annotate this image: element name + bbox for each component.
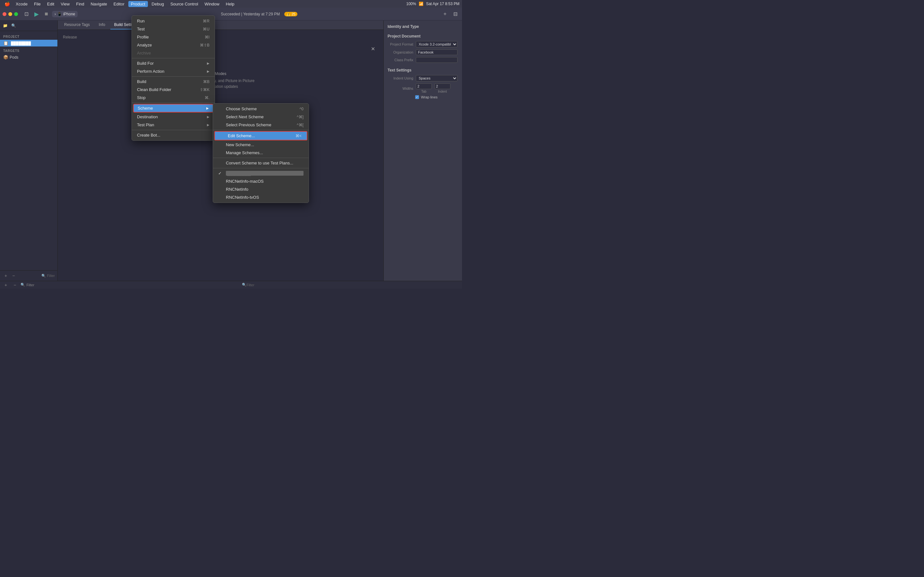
submenu-select-previous-scheme[interactable]: Select Previous Scheme ^⌘[ [213,121,309,129]
menu-bar: 🍎 Xcode File Edit View Find Navigate Edi… [0,0,462,8]
archive-label: Archive [137,51,210,55]
menu-perform-action[interactable]: Perform Action ▶ [132,67,215,75]
menu-profile[interactable]: Profile ⌘I [132,33,215,41]
perform-action-arrow: ▶ [207,69,210,73]
menu-scheme[interactable]: Scheme ▶ Choose Scheme ^0 Select Next Sc… [133,104,213,113]
build-shortcut: ⌘B [203,79,210,84]
choose-scheme-shortcut: ^0 [300,107,304,111]
menu-source-control[interactable]: Source Control [168,1,201,7]
test-plan-label: Test Plan [137,122,204,127]
new-scheme-label: New Scheme... [226,142,304,147]
stop-label: Stop [137,95,202,100]
menu-navigate[interactable]: Navigate [88,1,110,7]
menu-help[interactable]: Help [223,1,237,7]
test-shortcut: ⌘U [203,27,210,31]
menu-stop[interactable]: Stop ⌘. [132,93,215,102]
rncnetinfo-tvos-label: RNCNetInfo-tvOS [226,195,304,200]
submenu-scheme-rncnetinfo-checked[interactable]: ✓ ████████ [213,169,309,177]
battery-indicator: 100% [406,2,416,6]
test-plan-arrow: ▶ [207,123,210,127]
select-next-scheme-shortcut: ^⌘] [297,115,304,119]
rncnetinfo-macos-label: RNCNetInfo-macOS [226,179,304,184]
destination-label: Destination [137,114,204,119]
run-shortcut: ⌘R [203,19,210,23]
submenu-separator-3 [213,168,309,168]
datetime: Sat Apr 17 8:53 PM [426,2,459,6]
menu-create-bot[interactable]: Create Bot... [132,131,215,139]
menu-run[interactable]: Run ⌘R [132,17,215,25]
stop-shortcut: ⌘. [205,95,210,100]
edit-scheme-shortcut: ⌘< [296,134,302,138]
clean-build-folder-shortcut: ⇧⌘K [200,87,210,92]
menu-archive[interactable]: Archive [132,49,215,57]
rncnetinfo-checkmark: ✓ [218,171,223,176]
submenu-scheme-rncnetinfo-macos[interactable]: RNCNetInfo-macOS [213,177,309,185]
analyze-shortcut: ⌘⇧B [200,43,210,47]
select-next-scheme-label: Select Next Scheme [226,114,294,119]
menu-analyze[interactable]: Analyze ⌘⇧B [132,41,215,49]
submenu-separator-2 [213,158,309,158]
apple-logo[interactable]: 🍎 [3,1,12,7]
build-for-arrow: ▶ [207,61,210,65]
menu-clean-build-folder[interactable]: Clean Build Folder ⇧⌘K [132,85,215,93]
submenu-select-next-scheme[interactable]: Select Next Scheme ^⌘] [213,113,309,121]
menu-destination[interactable]: Destination ▶ [132,113,215,121]
rncnetinfo-checked-label: ████████ [226,171,304,176]
destination-arrow: ▶ [207,115,210,119]
manage-schemes-label: Manage Schemes... [226,150,304,155]
rncnetinfo-label: RNCNetInfo [226,187,304,192]
menu-debug[interactable]: Debug [149,1,166,7]
scheme-arrow: ▶ [206,106,209,110]
product-menu-dropdown: Run ⌘R Test ⌘U Profile ⌘I Analyze ⌘⇧B Ar… [132,15,215,141]
perform-action-label: Perform Action [137,69,204,74]
menu-find[interactable]: Find [73,1,87,7]
menu-bar-right: 100% 📶 Sat Apr 17 8:53 PM [406,2,459,6]
run-label: Run [137,19,200,23]
analyze-label: Analyze [137,43,197,47]
menu-window[interactable]: Window [202,1,222,7]
build-label: Build [137,79,200,84]
submenu-convert-scheme[interactable]: Convert Scheme to use Test Plans... [213,159,309,167]
select-previous-scheme-shortcut: ^⌘[ [297,123,304,127]
menu-test[interactable]: Test ⌘U [132,25,215,33]
separator-4 [132,130,215,130]
menu-file[interactable]: File [31,1,43,7]
edit-scheme-label: Edit Scheme... [228,133,293,138]
submenu-choose-scheme[interactable]: Choose Scheme ^0 [213,105,309,113]
menu-build-for[interactable]: Build For ▶ [132,59,215,67]
submenu-edit-scheme[interactable]: Edit Scheme... ⌘< [214,131,307,140]
build-for-label: Build For [137,61,204,66]
menu-edit[interactable]: Edit [45,1,57,7]
menu-xcode[interactable]: Xcode [13,1,30,7]
scheme-label: Scheme [137,106,204,111]
wifi-icon: 📶 [419,2,423,6]
create-bot-label: Create Bot... [137,133,210,137]
select-previous-scheme-label: Select Previous Scheme [226,122,294,127]
menu-product[interactable]: Product [128,1,148,7]
submenu-scheme-rncnetinfo[interactable]: RNCNetInfo [213,185,309,193]
choose-scheme-label: Choose Scheme [226,106,297,111]
separator-3 [132,103,215,103]
submenu-new-scheme[interactable]: New Scheme... [213,141,309,149]
submenu-separator-1 [213,130,309,130]
separator-2 [132,76,215,77]
submenu-scheme-rncnetinfo-tvos[interactable]: RNCNetInfo-tvOS [213,193,309,201]
submenu-manage-schemes[interactable]: Manage Schemes... [213,149,309,157]
profile-shortcut: ⌘I [205,35,210,39]
menu-build[interactable]: Build ⌘B [132,77,215,85]
convert-scheme-label: Convert Scheme to use Test Plans... [226,161,304,165]
scheme-submenu: Choose Scheme ^0 Select Next Scheme ^⌘] … [213,103,309,203]
test-label: Test [137,27,200,31]
clean-build-folder-label: Clean Build Folder [137,87,197,92]
menu-view[interactable]: View [58,1,72,7]
menu-test-plan[interactable]: Test Plan ▶ [132,121,215,129]
separator-1 [132,58,215,58]
profile-label: Profile [137,35,202,39]
menu-editor[interactable]: Editor [111,1,127,7]
